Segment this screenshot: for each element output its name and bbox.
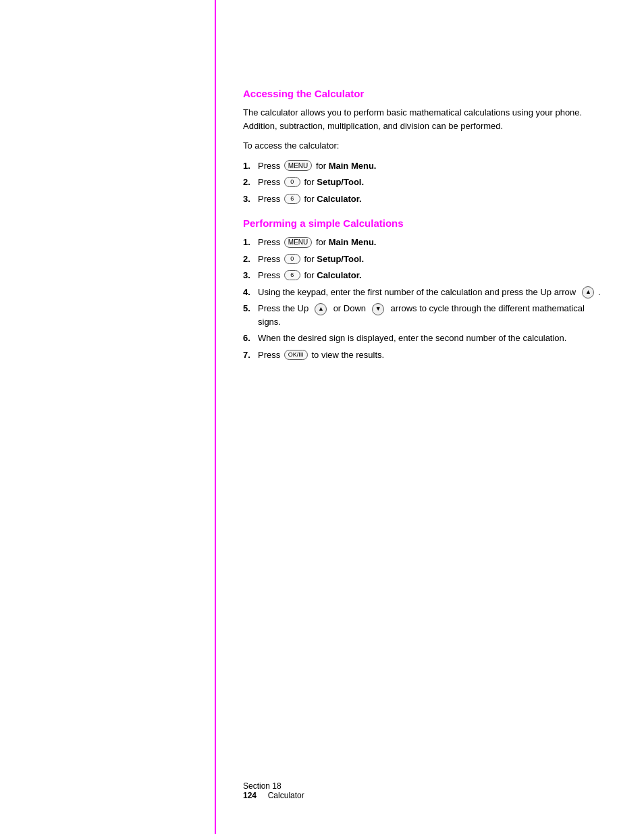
perf-step-2-for: for [302,253,317,266]
content-area: Accessing the Calculator The calculator … [216,0,644,834]
perf-step-1-bold: Main Menu. [329,236,377,249]
perf-step-7: Press OK/III to view the results. [243,348,603,362]
perf-step-2-press: Press [258,253,283,266]
perf-step-4-content: Using the keypad, enter the first number… [258,286,603,299]
perf-step-1-button: MENU [284,237,312,248]
step-1-content: Press MENU for Main Menu. [258,159,603,173]
accessing-heading: Accessing the Calculator [243,88,603,99]
footer-page-line: 124 Calculator [243,791,603,800]
step-2-bold: Setup/Tool. [317,176,364,189]
perf-step-6-content: When the desired sign is displayed, ente… [258,332,603,345]
step-1-bold: Main Menu. [329,159,377,173]
left-bar [0,0,216,834]
footer-page-number: 124 [243,791,257,800]
perf-step-7-content: Press OK/III to view the results. [258,348,603,362]
accessing-step-2: Press 0 for Setup/Tool. [243,176,603,189]
perf-step-2: Press 0 for Setup/Tool. [243,253,603,266]
step-1-for: for [313,159,328,173]
accessing-step-3: Press 6 for Calculator. [243,192,603,206]
footer: Section 18 124 Calculator [216,781,644,800]
perf-step-5-content: Press the Up ▲ or Down ▼ arrows to cycle… [258,302,603,328]
step-3-content: Press 6 for Calculator. [258,192,603,206]
perf-step-3-button: 6 [284,270,300,280]
perf-step-2-bold: Setup/Tool. [317,253,364,266]
step-3-bold: Calculator. [317,192,361,206]
accessing-steps: Press MENU for Main Menu. Press 0 for Se… [243,159,603,206]
accessing-section: Accessing the Calculator The calculator … [243,88,603,205]
perf-step-6-text: When the desired sign is displayed, ente… [258,333,566,343]
perf-step-3-for: for [302,269,317,282]
perf-step-3-content: Press 6 for Calculator. [258,269,603,282]
perf-step-5-or: or Down [331,303,369,313]
perf-step-4: Using the keypad, enter the first number… [243,286,603,299]
perf-step-3-bold: Calculator. [317,269,361,282]
perf-step-2-button: 0 [284,254,300,264]
perf-step-1-press: Press [258,236,283,249]
performing-steps: Press MENU for Main Menu. Press 0 for Se… [243,236,603,361]
step-3-for: for [302,192,317,206]
accessing-step-1: Press MENU for Main Menu. [243,159,603,173]
step-3-press: Press [258,192,283,206]
perf-step-7-suffix: to view the results. [309,348,384,362]
footer-section-label: Section 18 [243,781,603,791]
perf-step-7-press: Press [258,348,283,362]
step-1-button: MENU [284,160,312,171]
page-container: Accessing the Calculator The calculator … [0,0,644,834]
perf-step-4-text: Using the keypad, enter the first number… [258,287,579,297]
perf-step-3: Press 6 for Calculator. [243,269,603,282]
step-2-for: for [302,176,317,189]
perf-step-1: Press MENU for Main Menu. [243,236,603,249]
perf-step-5: Press the Up ▲ or Down ▼ arrows to cycle… [243,302,603,328]
accessing-intro: The calculator allows you to perform bas… [243,106,603,132]
step-2-content: Press 0 for Setup/Tool. [258,176,603,189]
step-3-button: 6 [284,194,300,204]
performing-section: Performing a simple Calculations Press M… [243,217,603,361]
perf-step-5-prefix: Press the Up [258,303,311,313]
perf-step-6: When the desired sign is displayed, ente… [243,332,603,345]
perf-step-7-button: OK/III [284,350,308,360]
perf-step-4-period: . [598,287,601,297]
performing-heading: Performing a simple Calculations [243,217,603,229]
up-arrow-icon-2: ▲ [315,303,327,315]
step-2-button: 0 [284,177,300,187]
step-1-press: Press [258,159,283,173]
perf-step-3-press: Press [258,269,283,282]
perf-step-1-content: Press MENU for Main Menu. [258,236,603,249]
step-2-press: Press [258,176,283,189]
perf-step-2-content: Press 0 for Setup/Tool. [258,253,603,266]
footer-page-title: Calculator [268,791,304,800]
down-arrow-icon: ▼ [372,303,384,315]
perf-step-1-for: for [313,236,328,249]
accessing-prompt: To access the calculator: [243,139,603,153]
up-arrow-icon: ▲ [582,286,594,298]
